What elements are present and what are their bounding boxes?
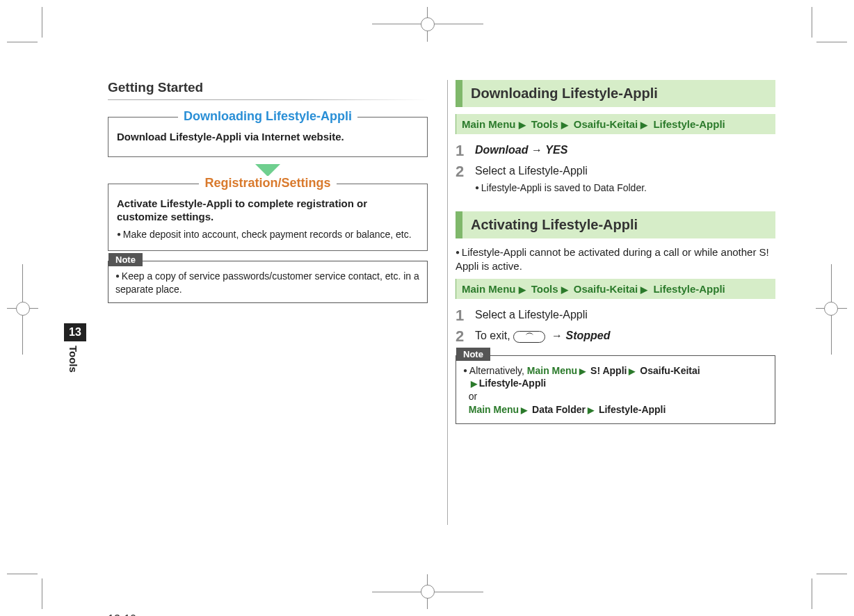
heading-getting-started: Getting Started xyxy=(108,80,428,95)
chapter-number: 13 xyxy=(64,323,86,341)
note-box-left: Note Keep a copy of service passwords/cu… xyxy=(108,261,428,304)
column-divider xyxy=(447,80,448,525)
box-registration-legend: Registration/Settings xyxy=(108,176,427,191)
activate-step-1: 1 Select a Lifestyle-Appli xyxy=(456,307,775,324)
activate-step-2: 2 To exit, ⏜ → Stopped xyxy=(456,328,775,345)
note-box-right: Note Alternatively, Main Menu▶ S! Appli▶… xyxy=(456,355,775,425)
box-downloading-legend: Downloading Lifestyle-Appli xyxy=(108,109,427,124)
nav-path-download: Main Menu▶ Tools▶ Osaifu-Keitai▶ Lifesty… xyxy=(456,114,775,134)
box-registration: Registration/Settings Activate Lifestyle… xyxy=(108,184,428,251)
box-downloading-text: Download Lifestyle-Appli via Internet we… xyxy=(117,130,419,144)
chapter-name: Tools xyxy=(64,341,83,380)
end-key-icon: ⏜ xyxy=(513,331,545,343)
note-label-left: Note xyxy=(108,253,143,266)
heading-downloading: Downloading Lifestyle-Appli xyxy=(456,80,775,107)
note-label-right: Note xyxy=(456,348,490,361)
note-text-left: Keep a copy of service passwords/custome… xyxy=(115,270,420,296)
download-step-1: 1 Download → YES xyxy=(456,143,775,159)
heading-rule xyxy=(108,99,428,100)
download-step-2: 2 Select a Lifestyle-Appli Lifestyle-App… xyxy=(456,163,775,194)
page-folio: 13-10 xyxy=(108,613,136,616)
flow-arrow-icon xyxy=(255,164,280,177)
activating-note: Lifestyle-Appli cannot be activated duri… xyxy=(456,245,775,274)
box-downloading: Downloading Lifestyle-Appli Download Lif… xyxy=(108,117,428,157)
nav-path-activate: Main Menu▶ Tools▶ Osaifu-Keitai▶ Lifesty… xyxy=(456,279,775,299)
box-registration-bold: Activate Lifestyle-Appli to complete reg… xyxy=(117,197,419,224)
chapter-tab: 13 Tools xyxy=(64,323,86,380)
heading-activating: Activating Lifestyle-Appli xyxy=(456,211,775,238)
box-registration-sub: Make deposit into account, check payment… xyxy=(117,228,419,241)
